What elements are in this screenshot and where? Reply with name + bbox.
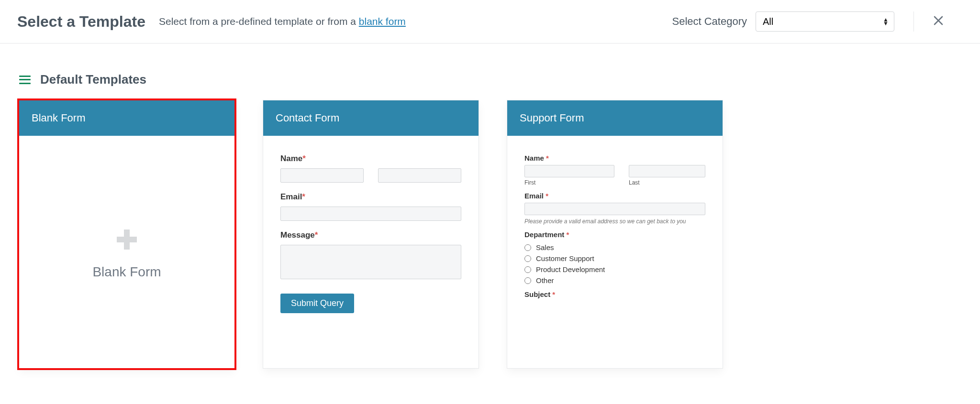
support-first-input xyxy=(524,165,614,177)
support-last-input xyxy=(629,165,705,177)
contact-message-input xyxy=(280,245,461,279)
radio-icon xyxy=(524,266,531,273)
subtitle-text: Select from a pre-defined template or fr… xyxy=(159,16,359,27)
support-email-label: Email xyxy=(524,192,544,200)
dept-option-customer-support: Customer Support xyxy=(524,254,705,262)
header: Select a Template Select from a pre-defi… xyxy=(0,0,980,44)
contact-name-label: Name xyxy=(280,154,302,163)
contact-email-label: Email xyxy=(280,192,302,201)
category-select[interactable]: All xyxy=(756,11,894,32)
template-card-support[interactable]: Support Form Name * First Last xyxy=(507,100,723,368)
contact-email-input xyxy=(280,207,461,221)
contact-submit-button: Submit Query xyxy=(280,294,354,313)
dept-option-sales: Sales xyxy=(524,243,705,251)
template-cards: Blank Form Blank Form Contact Form Name* xyxy=(19,100,961,368)
contact-message-label: Message xyxy=(280,230,315,240)
radio-icon xyxy=(524,255,531,262)
close-area xyxy=(913,11,963,32)
support-last-sublabel: Last xyxy=(629,179,705,186)
page-title: Select a Template xyxy=(17,13,145,31)
blank-form-link[interactable]: blank form xyxy=(359,16,406,27)
support-email-input xyxy=(524,203,705,215)
radio-icon xyxy=(524,244,531,251)
contact-last-input xyxy=(378,168,461,183)
support-name-label: Name xyxy=(524,154,544,162)
category-label: Select Category xyxy=(672,15,747,28)
blank-label: Blank Form xyxy=(92,264,161,280)
page-subtitle: Select from a pre-defined template or fr… xyxy=(159,16,406,27)
card-head-blank: Blank Form xyxy=(19,100,234,136)
plus-icon xyxy=(113,224,141,259)
required-mark: * xyxy=(302,192,305,201)
content: Default Templates Blank Form Blank Form … xyxy=(0,44,980,387)
required-mark: * xyxy=(302,154,306,163)
category-filter: Select Category All ▲▼ xyxy=(672,11,894,32)
template-card-blank[interactable]: Blank Form Blank Form xyxy=(19,100,234,368)
contact-first-input xyxy=(280,168,364,183)
blank-body: Blank Form xyxy=(19,136,234,368)
card-head-contact: Contact Form xyxy=(263,100,479,136)
section-head: Default Templates xyxy=(19,72,961,87)
card-head-support: Support Form xyxy=(507,100,723,136)
support-dept-label: Department xyxy=(524,230,564,239)
hamburger-icon[interactable] xyxy=(19,76,31,84)
required-mark: * xyxy=(315,230,318,240)
dept-option-product-development: Product Development xyxy=(524,265,705,273)
required-mark: * xyxy=(546,192,548,200)
support-subject-label: Subject xyxy=(524,290,550,298)
radio-icon xyxy=(524,277,531,284)
required-mark: * xyxy=(552,290,555,298)
support-email-hint: Please provide a valid email address so … xyxy=(524,218,705,225)
close-icon[interactable] xyxy=(933,14,944,29)
template-card-contact[interactable]: Contact Form Name* Email* Message* xyxy=(263,100,479,368)
support-body: Name * First Last Emai xyxy=(507,136,723,368)
required-mark: * xyxy=(567,230,569,239)
required-mark: * xyxy=(546,154,549,162)
support-first-sublabel: First xyxy=(524,179,629,186)
section-title: Default Templates xyxy=(40,72,146,87)
contact-body: Name* Email* Message* Submit Query xyxy=(263,136,479,368)
dept-option-other: Other xyxy=(524,276,705,284)
